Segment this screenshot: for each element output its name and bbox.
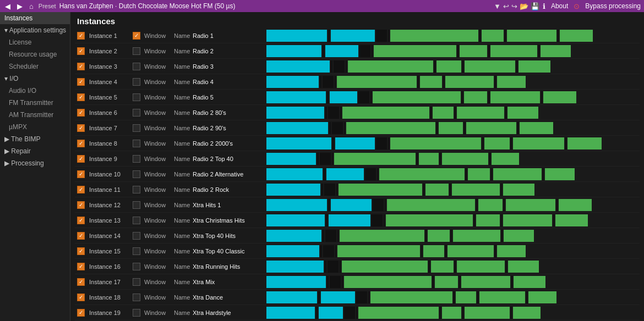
row-check-enabled[interactable] [75,309,87,317]
row-check-window[interactable] [131,140,142,147]
row-check-window[interactable] [131,78,142,86]
bypass-processing-button[interactable]: Bypass processing [585,2,641,10]
checkbox-checked[interactable] [77,155,85,163]
row-check-enabled[interactable] [75,124,87,132]
checkbox-unchecked[interactable] [133,155,140,163]
sidebar-item-umpx[interactable]: µMPX [0,121,70,133]
bar-mid-gap [328,261,339,273]
checkbox-checked[interactable] [77,201,85,209]
row-check-enabled[interactable] [75,155,87,163]
checkbox-checked[interactable] [77,232,85,240]
dropdown-button[interactable]: ▼ [494,2,501,10]
row-check-enabled[interactable] [75,217,87,224]
checkbox-checked[interactable] [77,93,85,101]
row-check-enabled[interactable] [75,170,87,178]
checkbox-checked[interactable] [77,247,85,255]
row-check-window[interactable] [131,186,142,193]
sidebar-item-io-header[interactable]: ▾ I/O [0,73,70,85]
row-check-enabled[interactable] [75,232,87,240]
checkbox-unchecked[interactable] [133,63,140,70]
checkbox-unchecked[interactable] [133,217,140,224]
row-check-enabled[interactable] [75,186,87,193]
checkbox-checked[interactable] [77,278,85,286]
row-check-window[interactable] [131,263,142,270]
checkbox-checked[interactable] [133,32,140,40]
row-check-enabled[interactable] [75,109,87,117]
sidebar-item-fm-transmitter[interactable]: FM Transmitter [0,97,70,109]
checkbox-unchecked[interactable] [133,201,140,209]
checkbox-checked[interactable] [77,78,85,86]
row-check-window[interactable] [131,309,142,317]
checkbox-checked[interactable] [77,217,85,224]
checkbox-unchecked[interactable] [133,278,140,286]
row-check-enabled[interactable] [75,32,87,40]
row-check-enabled[interactable] [75,140,87,147]
row-check-enabled[interactable] [75,63,87,70]
save-button[interactable]: 💾 [531,2,539,10]
sidebar-item-processing-header[interactable]: ▶ Processing [0,157,70,169]
row-check-window[interactable] [131,93,142,101]
redo-button[interactable]: ↪ [511,2,517,10]
checkbox-checked[interactable] [77,263,85,270]
checkbox-checked[interactable] [77,47,85,55]
back-button[interactable]: ◀ [3,2,12,10]
sidebar-item-app-settings-header[interactable]: ▾ Application settings [0,24,70,36]
about-button[interactable]: About [551,2,568,10]
open-button[interactable]: 📂 [520,2,528,10]
sidebar-item-am-transmitter[interactable]: AM Transmitter [0,109,70,121]
sidebar-item-instances[interactable]: Instances [0,12,70,24]
row-check-window[interactable] [131,294,142,301]
checkbox-checked[interactable] [77,294,85,301]
row-check-window[interactable] [131,32,142,40]
checkbox-checked[interactable] [77,109,85,117]
checkbox-checked[interactable] [77,63,85,70]
row-check-window[interactable] [131,124,142,132]
row-check-enabled[interactable] [75,247,87,255]
row-check-window[interactable] [131,217,142,224]
checkbox-unchecked[interactable] [133,309,140,317]
sidebar-item-license[interactable]: License [0,36,70,48]
row-check-enabled[interactable] [75,278,87,286]
sidebar-item-audio-io[interactable]: Audio I/O [0,85,70,97]
sidebar-item-repair-header[interactable]: ▶ Repair [0,145,70,157]
row-check-enabled[interactable] [75,93,87,101]
checkbox-unchecked[interactable] [133,186,140,193]
row-check-window[interactable] [131,63,142,70]
checkbox-unchecked[interactable] [133,93,140,101]
row-check-window[interactable] [131,47,142,55]
row-check-enabled[interactable] [75,294,87,301]
row-check-enabled[interactable] [75,201,87,209]
checkbox-checked[interactable] [77,124,85,132]
checkbox-unchecked[interactable] [133,47,140,55]
checkbox-checked[interactable] [77,32,85,40]
sidebar-item-resource-usage[interactable]: Resource usage [0,48,70,60]
row-check-window[interactable] [131,155,142,163]
row-check-enabled[interactable] [75,47,87,55]
forward-button[interactable]: ▶ [15,2,24,10]
checkbox-checked[interactable] [77,309,85,317]
checkbox-unchecked[interactable] [133,263,140,270]
checkbox-checked[interactable] [77,186,85,193]
row-check-enabled[interactable] [75,263,87,270]
row-check-enabled[interactable] [75,78,87,86]
row-check-window[interactable] [131,170,142,178]
row-check-window[interactable] [131,109,142,117]
checkbox-unchecked[interactable] [133,232,140,240]
home-button[interactable]: ⌂ [28,2,35,10]
checkbox-unchecked[interactable] [133,170,140,178]
undo-button[interactable]: ↩ [503,2,509,10]
row-check-window[interactable] [131,247,142,255]
row-check-window[interactable] [131,278,142,286]
checkbox-unchecked[interactable] [133,247,140,255]
checkbox-unchecked[interactable] [133,294,140,301]
checkbox-unchecked[interactable] [133,78,140,86]
sidebar-item-bimp-header[interactable]: ▶ The BIMP [0,133,70,145]
checkbox-checked[interactable] [77,140,85,147]
sidebar-item-scheduler[interactable]: Scheduler [0,60,70,73]
row-check-window[interactable] [131,201,142,209]
checkbox-unchecked[interactable] [133,124,140,132]
checkbox-unchecked[interactable] [133,140,140,147]
row-check-window[interactable] [131,232,142,240]
checkbox-unchecked[interactable] [133,109,140,117]
checkbox-checked[interactable] [77,170,85,178]
